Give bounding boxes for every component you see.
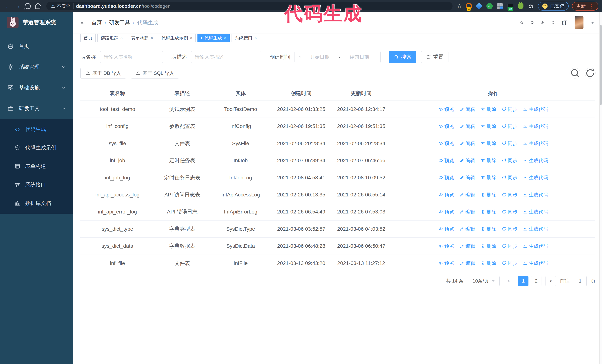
action-编辑[interactable]: 编辑 (460, 123, 475, 130)
action-删除[interactable]: 删除 (481, 225, 496, 233)
action-删除[interactable]: 删除 (481, 105, 496, 113)
action-生成代码[interactable]: 生成代码 (523, 242, 548, 250)
avatar-caret-icon[interactable] (591, 22, 594, 24)
action-同步[interactable]: 同步 (502, 208, 517, 216)
prev-page-button[interactable]: < (504, 276, 514, 286)
browser-forward-icon[interactable]: → (14, 2, 22, 10)
extension-grid-icon[interactable] (496, 3, 504, 10)
date-range-picker[interactable]: 开始日期 - 结束日期 (294, 51, 381, 63)
action-删除[interactable]: 删除 (481, 191, 496, 198)
action-编辑[interactable]: 编辑 (460, 225, 475, 233)
action-预览[interactable]: 预览 (439, 208, 454, 216)
action-删除[interactable]: 删除 (481, 260, 496, 267)
tab-代码生成示例[interactable]: 代码生成示例× (158, 34, 196, 42)
github-icon[interactable] (530, 21, 533, 24)
action-编辑[interactable]: 编辑 (460, 242, 475, 250)
breadcrumb-item[interactable]: 研发工具 (109, 19, 130, 26)
table-desc-input[interactable] (191, 51, 261, 63)
browser-back-icon[interactable]: ← (4, 2, 12, 10)
action-同步[interactable]: 同步 (502, 260, 517, 267)
action-生成代码[interactable]: 生成代码 (523, 191, 548, 198)
action-编辑[interactable]: 编辑 (460, 260, 475, 267)
action-生成代码[interactable]: 生成代码 (523, 105, 548, 113)
tab-代码生成[interactable]: 代码生成× (197, 34, 230, 42)
action-生成代码[interactable]: 生成代码 (523, 123, 548, 130)
sidebar-logo[interactable]: 芋道管理系统 (0, 12, 73, 32)
page-scrollbar[interactable] (599, 12, 602, 364)
bookmark-star-icon[interactable]: ☆ (457, 3, 462, 10)
help-icon[interactable] (541, 21, 544, 24)
import-db-button[interactable]: 基于 DB 导入 (80, 68, 126, 79)
browser-menu-icon[interactable]: ⋮ (589, 3, 594, 9)
breadcrumb-item[interactable]: 首页 (92, 19, 102, 26)
extension-blue-gem-icon[interactable] (476, 3, 483, 10)
table-name-input[interactable] (100, 51, 163, 63)
action-同步[interactable]: 同步 (502, 225, 517, 233)
action-删除[interactable]: 删除 (481, 242, 496, 250)
action-编辑[interactable]: 编辑 (460, 105, 475, 113)
action-同步[interactable]: 同步 (502, 174, 517, 181)
sidebar-item-首页[interactable]: 首页 (0, 36, 73, 57)
action-编辑[interactable]: 编辑 (460, 191, 475, 198)
import-sql-button[interactable]: 基于 SQL 导入 (131, 68, 179, 79)
sidebar-subitem-表单构建[interactable]: 表单构建 (0, 157, 73, 176)
profile-paused-pill[interactable]: 已暂停 (538, 2, 569, 10)
extension-green-check-icon[interactable]: ✓ (486, 3, 493, 10)
font-size-icon[interactable]: tT (562, 19, 567, 26)
close-icon[interactable]: × (224, 36, 226, 40)
action-删除[interactable]: 删除 (481, 208, 496, 216)
action-编辑[interactable]: 编辑 (460, 208, 475, 216)
extension-green-bot-icon[interactable] (517, 3, 524, 10)
action-删除[interactable]: 删除 (481, 157, 496, 164)
action-生成代码[interactable]: 生成代码 (523, 260, 548, 267)
action-同步[interactable]: 同步 (502, 140, 517, 147)
action-编辑[interactable]: 编辑 (460, 157, 475, 164)
close-icon[interactable]: × (150, 36, 153, 40)
action-预览[interactable]: 预览 (439, 174, 454, 181)
action-预览[interactable]: 预览 (439, 260, 454, 267)
close-icon[interactable]: × (254, 36, 257, 40)
tab-首页[interactable]: 首页 (80, 34, 96, 42)
scrollbar-thumb[interactable] (600, 25, 602, 105)
action-删除[interactable]: 删除 (481, 140, 496, 147)
next-page-button[interactable]: > (546, 276, 556, 286)
reset-button[interactable]: 重置 (421, 51, 448, 63)
toggle-search-button[interactable] (570, 68, 580, 79)
action-预览[interactable]: 预览 (439, 105, 454, 113)
security-warning[interactable]: ⚠ 不安全 (51, 3, 74, 9)
sidebar-item-基础设施[interactable]: 基础设施 (0, 77, 73, 98)
page-size-select[interactable]: 10条/页 (468, 276, 500, 286)
goto-page-input[interactable] (574, 276, 587, 286)
action-预览[interactable]: 预览 (439, 242, 454, 250)
search-icon[interactable] (520, 21, 523, 24)
action-预览[interactable]: 预览 (439, 191, 454, 198)
browser-home-icon[interactable] (34, 2, 42, 10)
extension-dark-icon[interactable]: on (507, 3, 514, 10)
sidebar-subitem-系统接口[interactable]: 系统接口 (0, 176, 73, 194)
avatar[interactable] (575, 16, 583, 29)
tab-系统接口[interactable]: 系统接口× (232, 34, 260, 42)
action-生成代码[interactable]: 生成代码 (523, 174, 548, 181)
action-生成代码[interactable]: 生成代码 (523, 208, 548, 216)
sidebar-item-系统管理[interactable]: 系统管理 (0, 57, 73, 77)
action-编辑[interactable]: 编辑 (460, 174, 475, 181)
sidebar-item-研发工具[interactable]: 研发工具 (0, 98, 73, 119)
action-同步[interactable]: 同步 (502, 242, 517, 250)
close-icon[interactable]: × (190, 36, 193, 40)
hamburger-icon[interactable] (81, 21, 84, 24)
action-同步[interactable]: 同步 (502, 157, 517, 164)
extensions-puzzle-icon[interactable] (527, 3, 535, 10)
action-预览[interactable]: 预览 (439, 123, 454, 130)
extension-orange-circle-icon[interactable]: 1 (465, 3, 472, 10)
sidebar-subitem-数据库文档[interactable]: 数据库文档 (0, 194, 73, 213)
browser-reload-icon[interactable] (24, 2, 32, 10)
sidebar-subitem-代码生成[interactable]: 代码生成 (0, 120, 73, 138)
action-预览[interactable]: 预览 (439, 140, 454, 147)
action-预览[interactable]: 预览 (439, 157, 454, 164)
action-生成代码[interactable]: 生成代码 (523, 157, 548, 164)
action-生成代码[interactable]: 生成代码 (523, 140, 548, 147)
action-删除[interactable]: 删除 (481, 174, 496, 181)
tab-表单构建[interactable]: 表单构建× (128, 34, 156, 42)
sidebar-subitem-代码生成示例[interactable]: 代码生成示例 (0, 138, 73, 157)
page-button-1[interactable]: 1 (518, 276, 528, 286)
